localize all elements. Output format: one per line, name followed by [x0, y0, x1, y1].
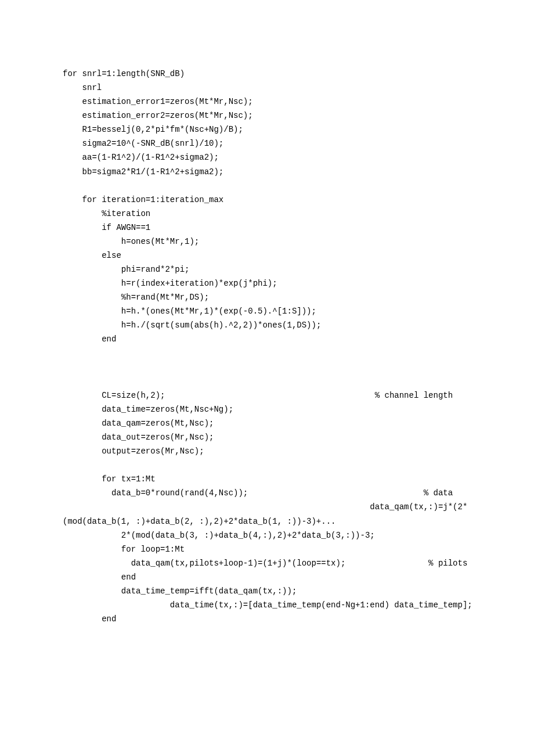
code-line: data_qam(tx,:)=j*(2*(mod(data_b(1, :)+da… [63, 502, 467, 525]
code-line: 2*(mod(data_b(3, :)+data_b(4,:),2)+2*dat… [63, 531, 375, 540]
code-line: aa=(1-R1^2)/(1-R1^2+sigma2); [63, 153, 219, 162]
code-line: end [63, 614, 116, 624]
code-line: bb=sigma2*R1/(1-R1^2+sigma2); [63, 167, 223, 177]
code-line: for iteration=1:iteration_max [63, 195, 223, 204]
code-line: data_time_temp=ifft(data_qam(tx,:)); [63, 586, 297, 596]
code-line: sigma2=10^(-SNR_dB(snrl)/10); [63, 139, 223, 148]
code-line: data_qam=zeros(Mt,Nsc); [63, 419, 214, 428]
code-line: h=r(index+iteration)*exp(j*phi); [63, 279, 277, 288]
code-line: snrl [63, 83, 102, 92]
code-line: CL=size(h,2); % channel length [63, 391, 453, 400]
code-content: for snrl=1:length(SNR_dB) snrl estimatio… [63, 67, 473, 626]
code-line: output=zeros(Mr,Nsc); [63, 447, 204, 456]
code-line: for loop=1:Mt [63, 545, 185, 554]
code-line: data_qam(tx,pilots+loop-1)=(1+j)*(loop==… [63, 559, 467, 568]
code-line: %h=rand(Mt*Mr,DS); [63, 293, 209, 302]
code-line: h=h.*(ones(Mt*Mr,1)*(exp(-0.5).^[1:S])); [63, 307, 316, 316]
code-line: h=ones(Mt*Mr,1); [63, 237, 199, 246]
code-line: end [63, 334, 116, 344]
code-line: end [63, 573, 136, 582]
code-line: phi=rand*2*pi; [63, 265, 189, 274]
code-line: h=h./(sqrt(sum(abs(h).^2,2))*ones(1,DS))… [63, 321, 321, 330]
code-line: data_b=0*round(rand(4,Nsc)); % data [63, 488, 453, 498]
code-line: estimation_error2=zeros(Mt*Mr,Nsc); [63, 111, 253, 120]
code-line: for tx=1:Mt [63, 474, 156, 484]
code-line: %iteration [63, 209, 150, 218]
code-line: else [63, 251, 121, 260]
code-line: data_time(tx,:)=[data_time_temp(end-Ng+1… [63, 600, 472, 610]
code-line: R1=besselj(0,2*pi*fm*(Nsc+Ng)/B); [63, 125, 243, 134]
code-line: data_time=zeros(Mt,Nsc+Ng); [63, 405, 233, 414]
code-line: if AWGN==1 [63, 223, 150, 232]
code-line: estimation_error1=zeros(Mt*Mr,Nsc); [63, 97, 253, 106]
code-line: for snrl=1:length(SNR_dB) [63, 69, 185, 78]
code-line: data_out=zeros(Mr,Nsc); [63, 433, 214, 442]
